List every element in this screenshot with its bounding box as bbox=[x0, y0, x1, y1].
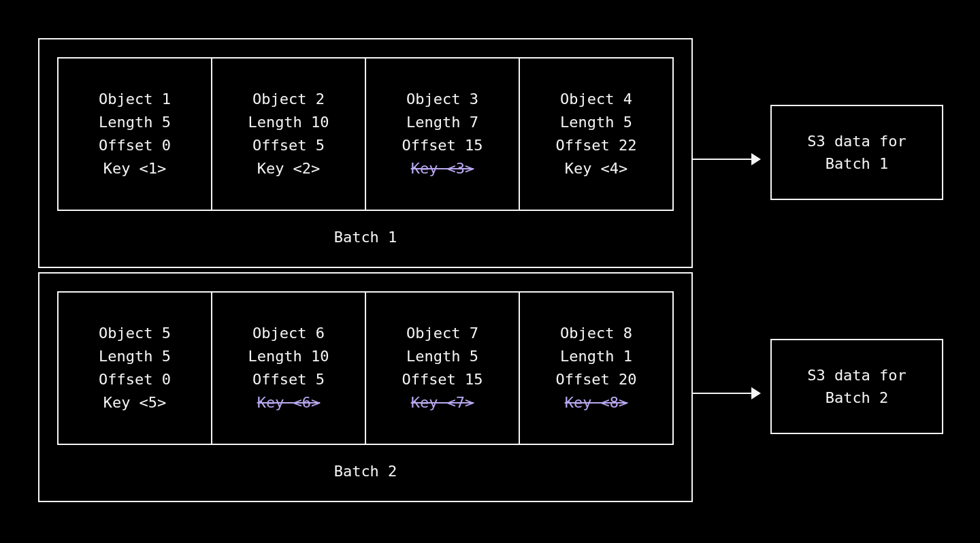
object-id: Object 1 bbox=[99, 88, 171, 111]
object-offset: Offset 20 bbox=[555, 368, 636, 391]
s3-line2: Batch 2 bbox=[826, 386, 889, 409]
object-id: Object 8 bbox=[560, 322, 632, 345]
object-key: Key <1> bbox=[103, 157, 167, 180]
object-offset: Offset 5 bbox=[252, 368, 325, 391]
s3-line1: S3 data for bbox=[807, 130, 906, 152]
object-key: Key <5> bbox=[103, 391, 167, 414]
diagram-canvas: Object 1 Length 5 Offset 0 Key <1> Objec… bbox=[0, 0, 980, 543]
object-length: Length 5 bbox=[406, 345, 478, 368]
s3-box-batch-2: S3 data for Batch 2 bbox=[770, 339, 943, 434]
object-cell: Object 2 Length 10 Offset 5 Key <2> bbox=[212, 59, 366, 210]
object-cell: Object 3 Length 7 Offset 15 Key <3> bbox=[366, 59, 520, 210]
object-key-struck: Key <8> bbox=[565, 391, 628, 414]
object-length: Length 5 bbox=[99, 111, 171, 134]
object-cell: Object 1 Length 5 Offset 0 Key <1> bbox=[59, 59, 212, 210]
object-key-struck: Key <7> bbox=[411, 391, 474, 414]
batch-1-objects-row: Object 1 Length 5 Offset 0 Key <1> Objec… bbox=[57, 57, 674, 211]
object-id: Object 7 bbox=[406, 322, 478, 345]
s3-line2: Batch 1 bbox=[826, 152, 889, 175]
object-cell: Object 4 Length 5 Offset 22 Key <4> bbox=[520, 59, 672, 210]
object-cell: Object 8 Length 1 Offset 20 Key <8> bbox=[520, 293, 672, 444]
batch-1-label: Batch 1 bbox=[38, 229, 693, 246]
object-length: Length 5 bbox=[560, 111, 632, 134]
object-key: Key <4> bbox=[565, 157, 628, 180]
object-length: Length 1 bbox=[560, 345, 632, 368]
object-length: Length 5 bbox=[99, 345, 171, 368]
batch-2-objects-row: Object 5 Length 5 Offset 0 Key <5> Objec… bbox=[57, 291, 674, 445]
object-length: Length 10 bbox=[248, 111, 329, 134]
object-id: Object 4 bbox=[560, 88, 632, 111]
object-offset: Offset 5 bbox=[252, 134, 325, 157]
object-id: Object 6 bbox=[252, 322, 325, 345]
arrow-icon bbox=[693, 386, 761, 400]
object-key-struck: Key <6> bbox=[257, 391, 321, 414]
object-cell: Object 7 Length 5 Offset 15 Key <7> bbox=[366, 293, 520, 444]
batch-2-label: Batch 2 bbox=[38, 463, 693, 480]
object-id: Object 2 bbox=[252, 88, 325, 111]
object-length: Length 10 bbox=[248, 345, 329, 368]
object-id: Object 5 bbox=[99, 322, 171, 345]
object-key: Key <2> bbox=[257, 157, 321, 180]
object-offset: Offset 15 bbox=[402, 368, 483, 391]
object-key-struck: Key <3> bbox=[411, 157, 474, 180]
s3-box-batch-1: S3 data for Batch 1 bbox=[770, 105, 943, 200]
object-offset: Offset 0 bbox=[99, 368, 171, 391]
s3-line1: S3 data for bbox=[807, 364, 906, 386]
object-cell: Object 6 Length 10 Offset 5 Key <6> bbox=[212, 293, 366, 444]
object-offset: Offset 0 bbox=[99, 134, 171, 157]
object-offset: Offset 15 bbox=[402, 134, 483, 157]
object-cell: Object 5 Length 5 Offset 0 Key <5> bbox=[59, 293, 212, 444]
arrow-icon bbox=[693, 152, 761, 166]
object-id: Object 3 bbox=[406, 88, 478, 111]
object-length: Length 7 bbox=[406, 111, 478, 134]
object-offset: Offset 22 bbox=[555, 134, 636, 157]
